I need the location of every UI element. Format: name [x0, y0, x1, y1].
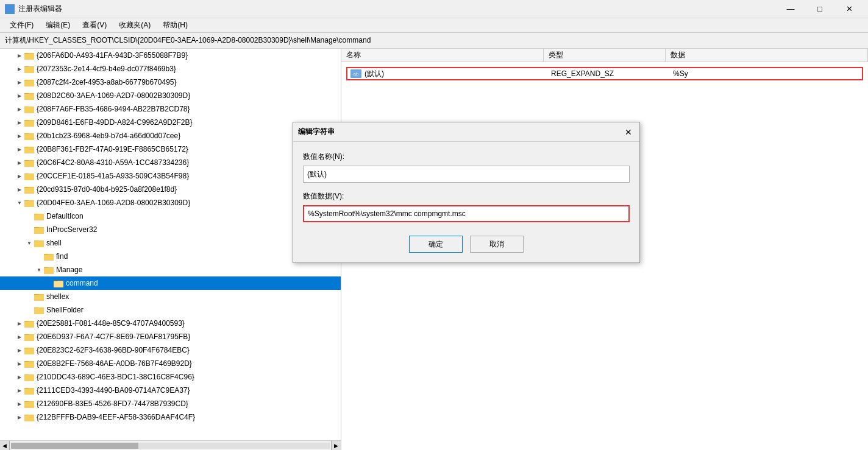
tree-item-t27[interactable]: {212690FB-83E5-4526-8FD7-74478B7939CD} [0, 397, 341, 410]
folder-icon-t11 [24, 185, 34, 194]
folder-icon-t13 [34, 212, 44, 220]
tree-label-t23: {20E823C2-62F3-4638-96BD-90F4F6784EBC} [37, 346, 190, 354]
name-input[interactable] [303, 166, 630, 183]
svg-rect-78 [24, 375, 34, 381]
svg-rect-9 [24, 67, 34, 73]
tree-item-t6[interactable]: {209D8461-E6FB-49DD-A824-C9962A9D2F2B} [0, 116, 341, 129]
tree-item-t5[interactable]: {208F7A6F-FB35-4686-9494-AB22B7B2CD78} [0, 102, 341, 116]
data-input[interactable] [303, 205, 630, 222]
tree-label-t4: {208D2C60-3AEA-1069-A2D7-08002B30309D} [37, 91, 190, 100]
scroll-left-btn[interactable]: ◀ [0, 441, 10, 451]
tree-item-t9[interactable]: {20C6F4C2-80A8-4310-A59A-1CC487334236} [0, 156, 341, 169]
tree-arrow-t24 [15, 359, 24, 368]
svg-rect-51 [44, 255, 54, 261]
scroll-right-btn[interactable]: ▶ [331, 441, 341, 451]
tree-item-t20[interactable]: ShellFolder [0, 303, 341, 317]
tree-item-t14[interactable]: InProcServer32 [0, 223, 341, 236]
folder-icon-t1 [24, 51, 34, 60]
menu-favorites[interactable]: 收藏夹(A) [114, 19, 155, 32]
col-header-data: 数据 [666, 49, 868, 62]
svg-rect-3 [10, 10, 14, 13]
app-icon [5, 4, 15, 14]
reg-item-default[interactable]: ab (默认) REG_EXPAND_SZ %Sy [346, 67, 863, 80]
tree-item-t8[interactable]: {20B8F361-FB2F-47A0-919E-F8865CB65172} [0, 142, 341, 156]
tree-item-t26[interactable]: {2111CED3-4393-4490-BA09-0714A7C9EA37} [0, 384, 341, 397]
tree-label-t1: {206FA6D0-A493-41FA-943D-3F655088F7B9} [37, 51, 188, 60]
menu-view[interactable]: 查看(V) [77, 19, 112, 32]
svg-rect-2 [5, 10, 9, 13]
folder-icon-t23 [24, 346, 34, 354]
svg-rect-54 [44, 268, 54, 274]
tree-arrow-t21 [15, 318, 24, 328]
tree-label-t2: {2072353c-2e14-4cf9-b4e9-dc077f8469b3} [37, 65, 176, 73]
folder-icon-t8 [24, 145, 34, 153]
svg-rect-42 [34, 214, 44, 220]
dialog-title: 编辑字符串 [298, 127, 335, 137]
tree-item-t10[interactable]: {20CCEF1E-0185-41a5-A933-509C43B54F98} [0, 169, 341, 183]
tree-scroll[interactable]: {206FA6D0-A493-41FA-943D-3F655088F7B9} {… [0, 49, 341, 450]
tree-item-t15[interactable]: shell [0, 236, 341, 250]
folder-icon-t2 [24, 65, 34, 73]
tree-arrow-t16 [34, 251, 44, 261]
svg-rect-18 [24, 107, 34, 113]
tree-item-t16[interactable]: find [0, 250, 341, 263]
folder-icon-t7 [24, 132, 34, 140]
title-bar-left: 注册表编辑器 [5, 4, 62, 14]
tree-arrow-t23 [15, 345, 24, 355]
svg-rect-75 [24, 362, 34, 368]
menu-help[interactable]: 帮助(H) [158, 19, 193, 32]
tree-item-t28[interactable]: {212BFFFB-DAB9-4EEF-AF58-3366DAAF4C4F} [0, 410, 341, 424]
tree-label-t17: Manage [56, 265, 82, 274]
tree-item-t2[interactable]: {2072353c-2e14-4cf9-b4e9-dc077f8469b3} [0, 62, 341, 76]
tree-item-t23[interactable]: {20E823C2-62F3-4638-96BD-90F4F6784EBC} [0, 343, 341, 357]
folder-icon-t27 [24, 399, 34, 408]
reg-item-icon: ab [350, 69, 362, 79]
svg-rect-36 [24, 188, 34, 194]
tree-item-t25[interactable]: {210DDC43-689C-46E3-BDC1-38C16C8F4C96} [0, 370, 341, 384]
tree-label-t16: find [56, 252, 68, 261]
tree-arrow-t20 [24, 305, 34, 315]
cancel-button[interactable]: 取消 [470, 236, 524, 253]
tree-item-t7[interactable]: {20b1cb23-6968-4eb9-b7d4-a66d00d07cee} [0, 129, 341, 142]
svg-rect-57 [54, 281, 63, 287]
maximize-button[interactable]: □ [806, 2, 834, 16]
tree-item-t11[interactable]: {20cd9315-87d0-40b4-b925-0a8f208e1f8d} [0, 183, 341, 196]
folder-icon-t18 [54, 279, 63, 287]
tree-label-t9: {20C6F4C2-80A8-4310-A59A-1CC487334236} [37, 158, 189, 167]
tree-item-t1[interactable]: {206FA6D0-A493-41FA-943D-3F655088F7B9} [0, 49, 341, 62]
close-button[interactable]: ✕ [835, 2, 863, 16]
tree-item-t13[interactable]: DefaultIcon [0, 209, 341, 223]
menu-edit[interactable]: 编辑(E) [41, 19, 75, 32]
ok-button[interactable]: 确定 [409, 236, 463, 253]
menu-file[interactable]: 文件(F) [5, 19, 38, 32]
svg-rect-12 [24, 80, 34, 86]
tree-item-t17[interactable]: Manage [0, 263, 341, 276]
svg-rect-72 [24, 348, 34, 354]
folder-icon-t20 [34, 306, 44, 314]
svg-rect-21 [24, 121, 34, 127]
tree-label-t26: {2111CED3-4393-4490-BA09-0714A7C9EA37} [37, 386, 190, 395]
tree-label-t24: {20E8B2FE-7568-46AE-A0DB-76B7F469B92D} [37, 359, 192, 368]
reg-item-type: REG_EXPAND_SZ [551, 69, 673, 78]
tree-item-t21[interactable]: {20E25881-F081-448e-85C9-4707A9400593} [0, 317, 341, 330]
horizontal-scrollbar[interactable] [11, 443, 330, 449]
tree-arrow-t10 [15, 171, 24, 181]
tree-item-t12[interactable]: {20D04FE0-3AEA-1069-A2D8-08002B30309D} [0, 196, 341, 209]
tree-item-t22[interactable]: {20E6D937-F6A7-4C7F-8E69-7E0AF81795FB} [0, 330, 341, 343]
tree-arrow-t14 [24, 225, 34, 234]
tree-item-t24[interactable]: {20E8B2FE-7568-46AE-A0DB-76B7F469B92D} [0, 357, 341, 370]
folder-icon-t21 [24, 319, 34, 328]
folder-icon-t4 [24, 91, 34, 100]
tree-item-t19[interactable]: shellex [0, 290, 341, 303]
tree-item-t4[interactable]: {208D2C60-3AEA-1069-A2D7-08002B30309D} [0, 89, 341, 102]
tree-arrow-t26 [15, 385, 24, 395]
svg-rect-15 [24, 94, 34, 100]
tree-item-t3[interactable]: {2087c2f4-2cef-4953-a8ab-66779b670495} [0, 76, 341, 89]
tree-label-t13: DefaultIcon [46, 212, 84, 220]
tree-panel: {206FA6D0-A493-41FA-943D-3F655088F7B9} {… [0, 49, 341, 450]
minimize-button[interactable]: — [777, 2, 805, 16]
right-content: ab (默认) REG_EXPAND_SZ %Sy [341, 62, 868, 85]
reg-item-name: (默认) [365, 69, 551, 79]
dialog-close-button[interactable]: ✕ [622, 126, 635, 138]
tree-item-t18[interactable]: command [0, 276, 341, 290]
